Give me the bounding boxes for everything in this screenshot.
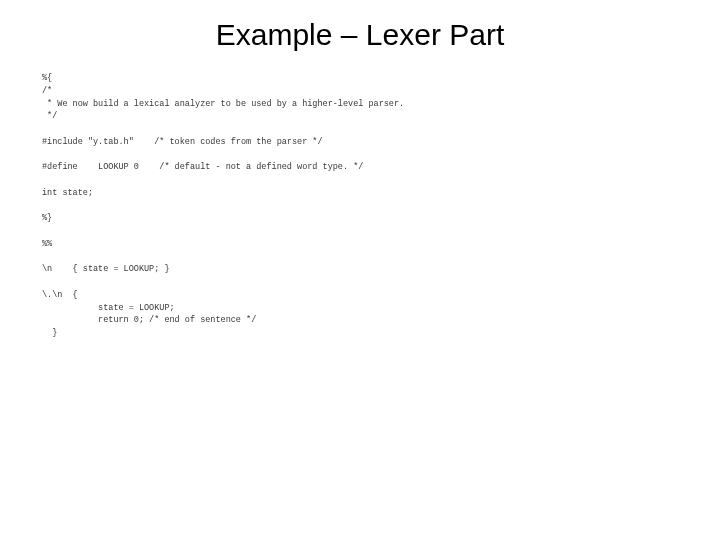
code-block: %{ /* * We now build a lexical analyzer … [42,72,672,340]
slide: Example – Lexer Part %{ /* * We now buil… [0,0,720,540]
slide-title: Example – Lexer Part [0,18,720,52]
